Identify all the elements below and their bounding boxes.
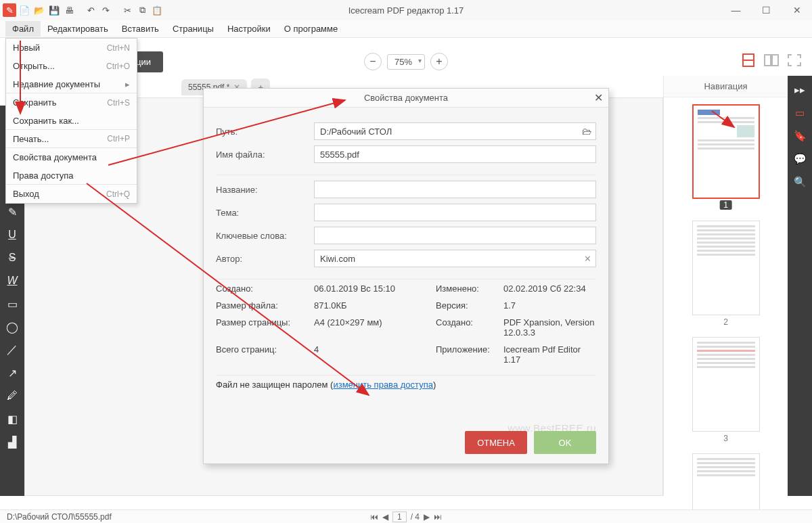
save-icon[interactable]: 💾 [47, 3, 61, 17]
file-menu-exit[interactable]: ВыходCtrl+Q [6, 185, 137, 203]
value-created: 06.01.2019 Вс 15:10 [314, 283, 436, 294]
thumbnails-icon[interactable]: ▭ [790, 103, 810, 123]
pencil-tool-icon[interactable]: ✎ [2, 202, 22, 222]
svg-rect-2 [765, 55, 771, 66]
field-filename[interactable]: 55555.pdf [314, 145, 596, 163]
field-path[interactable]: D:/Рабочий СТОЛ🗁 [314, 122, 596, 140]
field-keywords[interactable] [314, 227, 596, 244]
file-menu-print[interactable]: Печать...Ctrl+P [6, 130, 137, 148]
undo-icon[interactable]: ↶ [84, 3, 97, 17]
circle-tool-icon[interactable]: ◯ [2, 317, 22, 337]
arrow-tool-icon[interactable]: ↗ [2, 363, 22, 383]
paste-icon[interactable]: 📋 [150, 3, 164, 17]
navigation-panel: Навигация 1 2 3 4 [663, 76, 788, 496]
new-file-icon[interactable]: 📄 [18, 3, 31, 17]
thumbnail-2[interactable]: 2 [692, 221, 760, 315]
single-page-icon[interactable] [740, 53, 757, 68]
window-controls: — ☐ ✕ [721, 0, 812, 20]
first-page-icon[interactable]: ⏮ [370, 512, 378, 522]
file-menu-permissions[interactable]: Права доступа [6, 166, 137, 185]
wavy-tool-icon[interactable]: W [2, 271, 22, 291]
ok-button[interactable]: OK [534, 431, 596, 454]
label-filename: Имя файла: [216, 150, 314, 160]
dialog-title-bar[interactable]: Свойства документа ✕ [204, 89, 608, 108]
copy-icon[interactable]: ⧉ [135, 3, 149, 17]
bookmarks-icon[interactable]: 🔖 [790, 126, 810, 146]
value-pagesize: A4 (210×297 мм) [314, 317, 436, 338]
clear-field-icon[interactable]: ✕ [584, 254, 591, 264]
label-version: Версия: [436, 300, 503, 311]
facing-pages-icon[interactable] [763, 53, 780, 68]
strike-tool-icon[interactable]: S [2, 248, 22, 268]
menu-pages[interactable]: Страницы [166, 21, 221, 37]
field-subject[interactable] [314, 204, 596, 221]
file-menu-open[interactable]: Открыть...Ctrl+O [6, 57, 137, 75]
menu-bar: Файл Редактировать Вставить Страницы Нас… [0, 20, 812, 38]
pen-tool-icon[interactable]: 🖉 [2, 386, 22, 406]
print-icon[interactable]: 🖶 [62, 3, 76, 17]
menu-settings[interactable]: Настройки [221, 21, 277, 37]
dialog-close-icon[interactable]: ✕ [594, 91, 603, 104]
file-menu-new[interactable]: НовыйCtrl+N [6, 39, 137, 57]
menu-about[interactable]: О программе [277, 21, 345, 37]
total-pages: / 4 [411, 512, 420, 522]
label-modified: Изменено: [436, 283, 503, 294]
maximize-button[interactable]: ☐ [751, 0, 782, 20]
menu-insert[interactable]: Вставить [115, 21, 166, 37]
thumbnail-3[interactable]: 3 [692, 337, 760, 432]
line-tool-icon[interactable]: ／ [2, 340, 22, 360]
prev-page-icon[interactable]: ◀ [382, 512, 388, 522]
value-filesize: 871.0КБ [314, 300, 436, 311]
rectangle-tool-icon[interactable]: ▭ [2, 294, 22, 314]
value-modified: 02.02.2019 Сб 22:34 [503, 283, 596, 294]
collapse-panel-icon[interactable]: ▸▸ [790, 80, 810, 100]
file-menu-properties[interactable]: Свойства документа [6, 148, 137, 166]
label-pages: Всего страниц: [216, 344, 314, 365]
layout-icons [740, 53, 803, 68]
underline-tool-icon[interactable]: U [2, 225, 22, 245]
value-pages: 4 [314, 344, 436, 365]
field-author[interactable]: Kiwi.com✕ [314, 250, 596, 267]
thumbnail-1[interactable]: 1 [692, 104, 760, 199]
thumbnail-number: 1 [719, 200, 732, 210]
cut-icon[interactable]: ✂ [120, 3, 134, 17]
minimize-button[interactable]: — [721, 0, 751, 20]
stamp-tool-icon[interactable]: ▟ [2, 432, 22, 452]
open-icon[interactable]: 📂 [32, 3, 46, 17]
label-keywords: Ключевые слова: [216, 231, 314, 241]
right-toolbar: ▸▸ ▭ 🔖 💬 🔍 [788, 76, 812, 496]
label-pagesize: Размер страницы: [216, 317, 314, 338]
file-menu-recent[interactable]: Недавние документы [6, 75, 137, 93]
redo-icon[interactable]: ↷ [99, 3, 112, 17]
zoom-out-button[interactable]: − [364, 53, 382, 70]
navigation-header: Навигация [664, 76, 788, 97]
thumbnail-number: 3 [723, 434, 728, 443]
last-page-icon[interactable]: ⏭ [434, 512, 442, 522]
file-menu-saveas[interactable]: Сохранить как... [6, 112, 137, 130]
close-button[interactable]: ✕ [782, 0, 812, 20]
label-author: Автор: [216, 254, 314, 264]
zoom-in-button[interactable]: + [430, 53, 448, 70]
protection-status: Файл не защищен паролем (изменить права … [216, 380, 596, 390]
label-app: Приложение: [436, 344, 503, 365]
file-menu-save[interactable]: СохранитьCtrl+S [6, 93, 137, 112]
thumbnail-number: 2 [723, 317, 728, 327]
menu-file[interactable]: Файл [5, 21, 41, 37]
fullscreen-icon[interactable] [786, 53, 803, 68]
next-page-icon[interactable]: ▶ [424, 512, 430, 522]
label-subject: Тема: [216, 208, 314, 218]
comments-icon[interactable]: 💬 [790, 149, 810, 169]
eraser-tool-icon[interactable]: ◧ [2, 409, 22, 429]
menu-edit[interactable]: Редактировать [41, 21, 115, 37]
browse-folder-icon[interactable]: 🗁 [582, 126, 591, 137]
current-page-input[interactable]: 1 [392, 511, 407, 522]
search-icon[interactable]: 🔍 [790, 172, 810, 192]
cancel-button[interactable]: ОТМЕНА [465, 431, 527, 454]
status-path: D:\Рабочий СТОЛ\55555.pdf [7, 512, 112, 522]
change-permissions-link[interactable]: изменить права доступа [333, 380, 432, 390]
value-app: Icecream Pdf Editor 1.17 [503, 344, 596, 365]
dialog-title: Свойства документа [364, 93, 448, 103]
field-name[interactable] [314, 181, 596, 198]
zoom-percent[interactable]: 75% [387, 54, 425, 70]
status-bar: D:\Рабочий СТОЛ\55555.pdf ⏮ ◀ 1 / 4 ▶ ⏭ [0, 509, 812, 523]
